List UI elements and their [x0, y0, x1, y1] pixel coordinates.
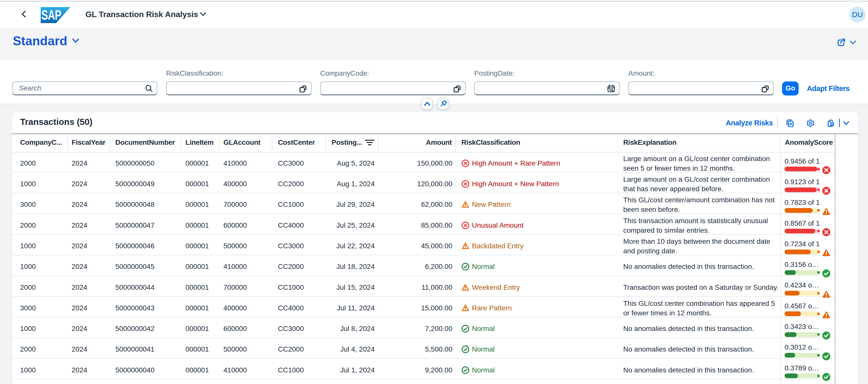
svg-text:SAP: SAP — [41, 7, 61, 23]
